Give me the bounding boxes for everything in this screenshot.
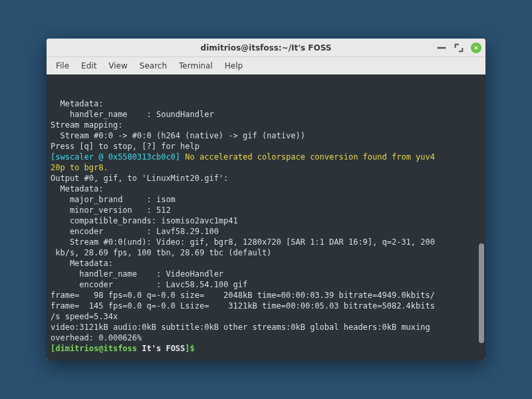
terminal-text-segment: Press [q] to stop, [?] for help (51, 142, 200, 151)
terminal-text-segment: handler_name : VideoHandler (51, 269, 223, 279)
menubar: File Edit View Search Terminal Help (47, 57, 485, 74)
terminal-text-segment: compatible_brands: isomiso2avc1mp41 (51, 216, 238, 225)
terminal-text-segment: handler_name : SoundHandler (51, 110, 214, 119)
terminal-line: [swscaler @ 0x5580313cb0c0] No accelerat… (51, 152, 481, 162)
terminal-text-segment: Stream #0:0 -> #0:0 (h264 (native) -> gi… (51, 131, 305, 140)
terminal-text-segment: major_brand : isom (51, 195, 176, 204)
menu-help[interactable]: Help (219, 59, 248, 72)
terminal-text-segment: /s speed=5.34x (51, 312, 118, 321)
terminal-text-segment: It's FOSS (142, 344, 185, 353)
terminal-line: Metadata: (51, 258, 481, 269)
terminal-text-segment: [dimitrios@itsfoss (51, 344, 142, 353)
terminal-text-segment: [swscaler @ 0x5580313cb0c0] (51, 152, 185, 162)
minimize-button[interactable] (436, 43, 447, 53)
terminal-line: kb/s, 28.69 fps, 100 tbn, 28.69 tbc (def… (51, 247, 481, 258)
terminal-text-segment: Metadata: (51, 259, 113, 268)
terminal-text-segment: kb/s, 28.69 fps, 100 tbn, 28.69 tbc (def… (51, 248, 271, 257)
terminal-line: Output #0, gif, to 'LinuxMint20.gif': (51, 173, 481, 184)
terminal-output[interactable]: Metadata: handler_name : SoundHandlerStr… (47, 74, 485, 360)
terminal-text-segment: Output #0, gif, to 'LinuxMint20.gif': (51, 174, 228, 183)
terminal-text-segment: 20p to bgr8. (51, 163, 108, 172)
terminal-line: major_brand : isom (51, 194, 481, 205)
close-button[interactable] (471, 43, 481, 53)
terminal-line: Metadata: (51, 98, 481, 109)
terminal-text-segment: encoder : Lavc58.54.100 gif (51, 280, 247, 289)
menu-search[interactable]: Search (134, 59, 172, 72)
terminal-window: dimitrios@itsfoss:~/It's FOSS File Edit … (47, 39, 485, 360)
terminal-line: Stream mapping: (51, 120, 481, 130)
terminal-line: Press [q] to stop, [?] for help (51, 141, 481, 152)
terminal-line: frame= 98 fps=0.0 q=-0.0 size= 2048kB ti… (51, 290, 481, 301)
terminal-text-segment: video:3121kB audio:0kB subtitle:0kB othe… (51, 323, 435, 332)
menu-view[interactable]: View (103, 59, 132, 72)
terminal-text-segment: Metadata: (51, 99, 103, 108)
terminal-line: handler_name : SoundHandler (51, 109, 481, 120)
terminal-text-segment: frame= 145 fps=0.0 q=-0.0 Lsize= 3121kB … (51, 301, 435, 311)
menu-edit[interactable]: Edit (76, 59, 102, 72)
terminal-line: encoder : Lavc58.54.100 gif (51, 279, 481, 290)
terminal-text-segment: minor_version : 512 (51, 205, 171, 215)
terminal-line: /s speed=5.34x (51, 311, 481, 322)
menu-terminal[interactable]: Terminal (174, 59, 218, 72)
window-controls (436, 39, 481, 57)
terminal-line: Stream #0:0 -> #0:0 (h264 (native) -> gi… (51, 130, 481, 141)
terminal-line: frame= 145 fps=0.0 q=-0.0 Lsize= 3121kB … (51, 301, 481, 311)
terminal-line: handler_name : VideoHandler (51, 269, 481, 279)
maximize-button[interactable] (454, 43, 464, 53)
terminal-line: minor_version : 512 (51, 205, 481, 215)
terminal-text-segment: encoder : Lavf58.29.100 (51, 227, 219, 236)
terminal-line: 20p to bgr8. (51, 162, 481, 173)
terminal-text-segment: Stream #0:0(und): Video: gif, bgr8, 1280… (51, 237, 435, 247)
terminal-line: [dimitrios@itsfoss It's FOSS]$ (51, 343, 481, 354)
terminal-line: video:3121kB audio:0kB subtitle:0kB othe… (51, 322, 481, 332)
menu-file[interactable]: File (51, 59, 74, 72)
terminal-text-segment: Metadata: (51, 184, 103, 194)
terminal-text-segment: frame= 98 fps=0.0 q=-0.0 size= 2048kB ti… (51, 291, 435, 300)
scrollbar-thumb[interactable] (479, 243, 484, 343)
terminal-line: compatible_brands: isomiso2avc1mp41 (51, 215, 481, 226)
terminal-text-segment: ]$ (185, 344, 200, 353)
terminal-text-segment: No accelerated colorspace conversion fou… (185, 152, 435, 162)
terminal-text-segment: overhead: 0.000626% (51, 333, 142, 342)
window-title: dimitrios@itsfoss:~/It's FOSS (201, 43, 332, 53)
titlebar[interactable]: dimitrios@itsfoss:~/It's FOSS (47, 39, 485, 57)
terminal-line: Stream #0:0(und): Video: gif, bgr8, 1280… (51, 237, 481, 247)
terminal-line: overhead: 0.000626% (51, 332, 481, 343)
scrollbar-track[interactable] (479, 77, 484, 358)
terminal-line: Metadata: (51, 184, 481, 194)
terminal-line: encoder : Lavf58.29.100 (51, 226, 481, 237)
terminal-text-segment: Stream mapping: (51, 120, 122, 130)
